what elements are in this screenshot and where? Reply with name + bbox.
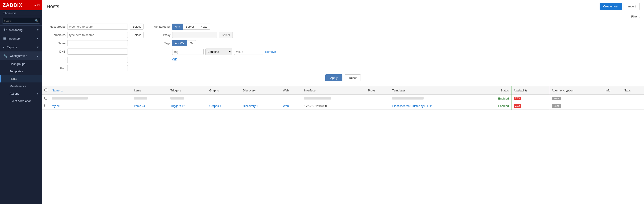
monitored-any-button[interactable]: Any: [172, 24, 183, 30]
tag-input[interactable]: [172, 49, 204, 55]
logo-icons: « □: [34, 3, 40, 7]
port-row: Port: [48, 65, 144, 71]
sidebar-search: 🔍: [0, 16, 42, 26]
dns-row: DNS: [48, 49, 144, 55]
sidebar-item-reports[interactable]: ▪ Reports ▼: [0, 43, 42, 51]
top-bar: Hosts Create host Import: [42, 0, 644, 13]
row2-checkbox[interactable]: [44, 104, 47, 107]
host-groups-label: Host groups: [10, 62, 25, 66]
row2-discovery-link[interactable]: Discovery 1: [243, 104, 258, 108]
dns-label: DNS: [48, 50, 66, 53]
monitored-by-label: Monitored by: [152, 25, 170, 28]
fullscreen-icon[interactable]: □: [38, 3, 40, 7]
th-triggers: Triggers: [168, 86, 207, 94]
th-tags: Tags: [622, 86, 644, 94]
tags-label: Tags: [152, 42, 170, 45]
row2-checkbox-cell: [42, 102, 50, 110]
filter-actions: Apply Reset: [48, 74, 638, 81]
sidebar-item-configuration[interactable]: 🔧 Configuration ▲: [0, 51, 42, 60]
sidebar-item-monitoring[interactable]: 👁 Monitoring ▼: [0, 26, 42, 34]
th-info: Info: [604, 86, 622, 94]
name-label: Name: [48, 42, 66, 45]
dns-input[interactable]: [67, 49, 128, 55]
row2-proxy: [366, 102, 390, 110]
monitored-by-group: Any Server Proxy: [172, 24, 210, 30]
search-input[interactable]: [2, 18, 40, 24]
add-tag-link[interactable]: Add: [172, 57, 177, 61]
host-groups-input[interactable]: [67, 24, 128, 30]
th-items: Items: [132, 86, 168, 94]
row2-graphs-link[interactable]: Graphs 4: [209, 104, 221, 108]
select-all-checkbox[interactable]: [44, 88, 47, 91]
monitoring-arrow: ▼: [36, 29, 39, 31]
row2-status: Enabled: [480, 102, 511, 110]
sidebar-instance: zabbix-redis: [0, 10, 42, 16]
templates-filter-label: Templates: [48, 33, 66, 37]
row1-discovery: [240, 94, 281, 102]
row2-items-link[interactable]: Items 24: [134, 104, 145, 108]
search-icon: 🔍: [35, 19, 38, 23]
row2-web: Web: [281, 102, 302, 110]
row1-interface: [302, 94, 366, 102]
sidebar-item-inventory[interactable]: ☰ Inventory ▼: [0, 34, 42, 43]
actions-label: Actions: [10, 92, 19, 95]
sidebar-subitem-templates[interactable]: Templates: [0, 68, 42, 75]
row2-templates: Elasticsearch Cluster by HTTP: [390, 102, 480, 110]
tags-or-button[interactable]: Or: [187, 40, 196, 46]
filter-label: Filter: [631, 15, 638, 18]
monitored-proxy-button[interactable]: Proxy: [197, 24, 210, 30]
name-row: Name: [48, 40, 144, 46]
row2-graphs: Graphs 4: [207, 102, 240, 110]
tags-row: Tags And/Or Or: [152, 40, 276, 46]
sidebar-subitem-maintenance[interactable]: Maintenance: [0, 82, 42, 90]
th-name[interactable]: Name ▲: [50, 86, 132, 94]
sidebar-subitem-host-groups[interactable]: Host groups: [0, 60, 42, 68]
tags-andor-button[interactable]: And/Or: [172, 40, 187, 46]
th-interface: Interface: [302, 86, 366, 94]
row2-templates-link[interactable]: Elasticsearch Cluster by HTTP: [392, 104, 432, 108]
th-graphs: Graphs: [207, 86, 240, 94]
select-all-header: [42, 86, 50, 94]
host-groups-select-button[interactable]: Select: [130, 24, 144, 30]
import-button[interactable]: Import: [624, 3, 640, 10]
row2-name-link[interactable]: My-elk: [52, 104, 60, 108]
hosts-label: Hosts: [10, 77, 17, 80]
row1-status: Enabled: [480, 94, 511, 102]
row2-triggers: Triggers 12: [168, 102, 207, 110]
value-input[interactable]: [234, 49, 263, 55]
hosts-table: Name ▲ Items Triggers Graphs Discovery W…: [42, 86, 644, 110]
monitored-server-button[interactable]: Server: [183, 24, 197, 30]
apply-button[interactable]: Apply: [325, 74, 343, 81]
configuration-arrow: ▲: [36, 55, 39, 57]
proxy-input: [172, 32, 217, 38]
remove-tag-link[interactable]: Remove: [265, 50, 276, 53]
sidebar-subitem-event-correlation[interactable]: Event correlation: [0, 97, 42, 105]
contains-select[interactable]: Contains Equals Does not contain: [206, 49, 232, 55]
th-agent-encryption: Agent encryption: [549, 86, 603, 94]
name-input[interactable]: [67, 40, 128, 46]
inventory-label: Inventory: [8, 37, 34, 40]
sidebar-subitem-actions[interactable]: Actions ►: [0, 90, 42, 97]
row1-info: [604, 94, 622, 102]
event-correlation-label: Event correlation: [10, 99, 32, 103]
tags-group: And/Or Or: [172, 40, 196, 46]
filter-toggle[interactable]: Filter ▿: [631, 14, 640, 19]
reports-icon: ▪: [3, 45, 4, 49]
reset-button[interactable]: Reset: [345, 74, 361, 81]
templates-select-button[interactable]: Select: [130, 32, 144, 38]
row2-zbx-badge: ZBX: [514, 104, 521, 108]
maintenance-label: Maintenance: [10, 84, 26, 88]
tag-value-row: Contains Equals Does not contain Remove: [172, 49, 276, 55]
create-host-button[interactable]: Create host: [600, 3, 622, 10]
row2-triggers-link[interactable]: Triggers 12: [170, 104, 185, 108]
row2-web-link[interactable]: Web: [283, 104, 289, 108]
sidebar-subitem-hosts[interactable]: Hosts: [0, 75, 42, 82]
ip-label: IP: [48, 58, 66, 62]
hosts-table-container: Name ▲ Items Triggers Graphs Discovery W…: [42, 86, 644, 204]
ip-input[interactable]: [67, 57, 128, 63]
templates-input[interactable]: [67, 32, 128, 38]
port-input[interactable]: [67, 65, 128, 71]
row1-checkbox[interactable]: [44, 96, 47, 99]
sidebar: ZABBIX « □ zabbix-redis 🔍 👁 Monitoring ▼…: [0, 0, 42, 204]
collapse-icon[interactable]: «: [34, 3, 36, 7]
